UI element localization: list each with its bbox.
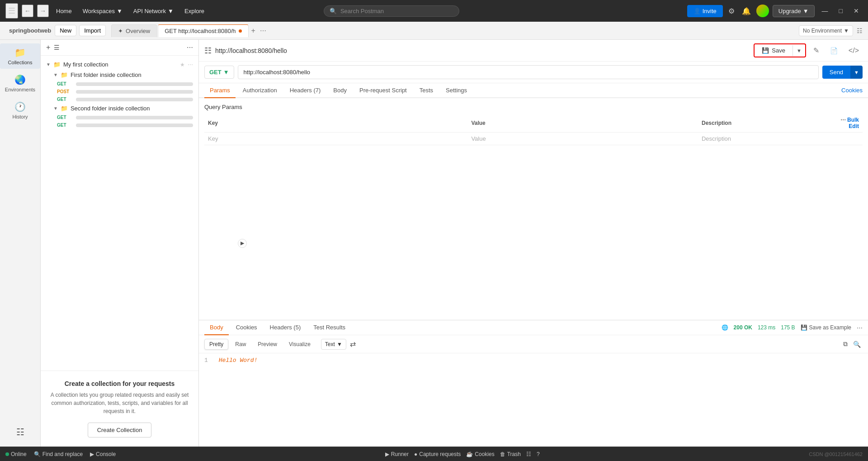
res-tab-body[interactable]: Body [204, 320, 229, 335]
copy-response-button[interactable]: ⧉ [841, 338, 849, 350]
bottom-item-online[interactable]: Online [5, 451, 27, 457]
visualize-button[interactable]: Visualize [284, 339, 316, 350]
bottom-item-help[interactable]: ? [537, 451, 540, 457]
wrap-button[interactable]: ⇄ [348, 338, 358, 350]
star-icon[interactable]: ★ [180, 62, 185, 68]
tab-body[interactable]: Body [328, 83, 352, 98]
method-selector[interactable]: GET ▼ [204, 66, 234, 79]
collection-my-first[interactable]: ▼ 📁 My first collection ★ ⋯ [41, 59, 198, 70]
tab-settings[interactable]: Settings [440, 83, 472, 98]
request-item-post[interactable]: POST [41, 88, 198, 95]
res-tab-test-results[interactable]: Test Results [308, 320, 351, 335]
create-collection-button[interactable]: Create Collection [88, 423, 152, 437]
edit-button[interactable]: ✎ [810, 44, 823, 57]
filter-button[interactable]: ☰ [54, 44, 60, 51]
explore-nav-item[interactable]: Explore [181, 6, 208, 16]
collapse-panel-button[interactable]: ▶ [238, 239, 247, 248]
left-panel: + ☰ ⋯ ▼ 📁 My first collection ★ ⋯ ▼ 📁 Fi… [41, 40, 199, 447]
send-dropdown-button[interactable]: ▼ [850, 66, 863, 79]
workspaces-nav-item[interactable]: Workspaces ▼ [79, 6, 126, 16]
bottom-item-runner[interactable]: ▶ Runner [385, 451, 409, 457]
response-time: 123 ms [758, 324, 775, 331]
value-placeholder[interactable]: Value [467, 133, 698, 145]
request-item-get1[interactable]: GET [41, 80, 198, 88]
save-dropdown-button[interactable]: ▼ [793, 45, 805, 56]
tab-get-request[interactable]: GET http://localhost:8080/h [158, 24, 248, 37]
forward-button[interactable]: → [37, 5, 49, 17]
avatar[interactable] [756, 5, 769, 17]
bottom-item-cookies[interactable]: ☕ Cookies [466, 451, 494, 457]
tab-tests[interactable]: Tests [414, 83, 439, 98]
request-title: http://localhost:8080/hello [215, 47, 750, 54]
tab-pre-request[interactable]: Pre-request Script [354, 83, 412, 98]
url-input[interactable] [238, 65, 819, 79]
search-input[interactable] [340, 8, 431, 14]
request-panel: ☷ http://localhost:8080/hello 💾 Save ▼ ✎… [199, 40, 868, 447]
bulk-edit-link[interactable]: Bulk Edit [847, 117, 859, 129]
search-response-button[interactable]: 🔍 [851, 339, 863, 350]
method-post-badge: POST [57, 89, 73, 94]
cookies-link[interactable]: Cookies [841, 87, 863, 94]
minimize-button[interactable]: — [818, 5, 832, 16]
folder-second[interactable]: ▼ 📁 Second folder inside collection [41, 103, 198, 114]
api-network-nav-item[interactable]: API Network ▼ [130, 6, 177, 16]
request-item-get2[interactable]: GET [41, 95, 198, 103]
response-more-button[interactable]: ⋯ [857, 324, 863, 331]
tab-overview[interactable]: ✦ Overview [111, 24, 157, 37]
back-button[interactable]: ← [22, 5, 33, 17]
add-collection-button[interactable]: + [46, 43, 50, 52]
workspace-label: springbootweb [5, 27, 55, 34]
tab-authorization[interactable]: Authorization [237, 83, 283, 98]
left-panel-more-button[interactable]: ⋯ [187, 44, 193, 51]
environment-icon[interactable]: ☷ [857, 27, 863, 34]
new-tab-button[interactable]: + [250, 25, 257, 37]
import-button[interactable]: Import [79, 25, 106, 36]
close-button[interactable]: ✕ [850, 5, 863, 16]
bottom-item-capture[interactable]: ● Capture requests [414, 451, 461, 457]
sidebar-item-environments[interactable]: 🌏 Environments [0, 71, 40, 96]
res-tab-cookies[interactable]: Cookies [231, 320, 263, 335]
key-placeholder[interactable]: Key [204, 133, 467, 145]
desc-placeholder[interactable]: Description [698, 133, 830, 145]
text-format-dropdown[interactable]: Text ▼ [321, 339, 346, 350]
pretty-button[interactable]: Pretty [204, 339, 228, 350]
hamburger-menu-button[interactable]: ☰ [5, 3, 18, 19]
api-icon: ☷ [16, 427, 24, 437]
upgrade-button[interactable]: Upgrade ▼ [773, 5, 815, 17]
tab-overflow-button[interactable]: ⋯ [258, 25, 268, 36]
save-button[interactable]: 💾 Save [755, 44, 793, 57]
bottom-item-console[interactable]: ▶ Console [90, 451, 116, 457]
search-bar[interactable]: 🔍 [324, 5, 459, 17]
bottom-item-layout[interactable]: ☷ [526, 451, 531, 457]
environment-selector[interactable]: No Environment ▼ [799, 25, 853, 36]
save-as-example-button[interactable]: 💾 Save as Example [801, 324, 851, 331]
request-item-get3[interactable]: GET [41, 114, 198, 121]
preview-button[interactable]: Preview [253, 339, 282, 350]
collection-more-icon[interactable]: ⋯ [188, 62, 193, 68]
sidebar-item-api[interactable]: ☷ [0, 423, 40, 441]
folder-first[interactable]: ▼ 📁 First folder inside collection [41, 70, 198, 80]
tab-params[interactable]: Params [204, 83, 236, 98]
send-button[interactable]: Send [822, 66, 850, 79]
sidebar-item-collections[interactable]: 📁 Collections [0, 43, 40, 69]
env-chevron-icon: ▼ [844, 28, 849, 34]
search-icon: 🔍 [330, 8, 337, 14]
new-button[interactable]: New [55, 25, 76, 36]
sidebar-item-history[interactable]: 🕐 History [0, 98, 40, 123]
bottom-item-trash[interactable]: 🗑 Trash [500, 451, 521, 457]
request-settings-button[interactable]: </> [845, 45, 863, 57]
code-button[interactable]: 📄 [826, 45, 841, 56]
settings-button[interactable]: ⚙ [726, 5, 736, 17]
request-item-get4[interactable]: GET [41, 121, 198, 129]
home-nav-item[interactable]: Home [52, 6, 75, 16]
raw-button[interactable]: Raw [230, 339, 251, 350]
bulk-edit-more-icon[interactable]: ⋯ [840, 117, 846, 123]
tab-headers[interactable]: Headers (7) [284, 83, 326, 98]
bottom-right: ▶ Runner ● Capture requests ☕ Cookies 🗑 … [385, 451, 540, 457]
res-tab-headers[interactable]: Headers (5) [264, 320, 307, 335]
invite-button[interactable]: 👤 Invite [687, 5, 723, 17]
bottom-item-find-replace[interactable]: 🔍 Find and replace [34, 451, 83, 457]
notifications-button[interactable]: 🔔 [740, 5, 753, 17]
create-collection-title: Create a collection for your requests [48, 380, 191, 387]
maximize-button[interactable]: □ [835, 5, 846, 16]
